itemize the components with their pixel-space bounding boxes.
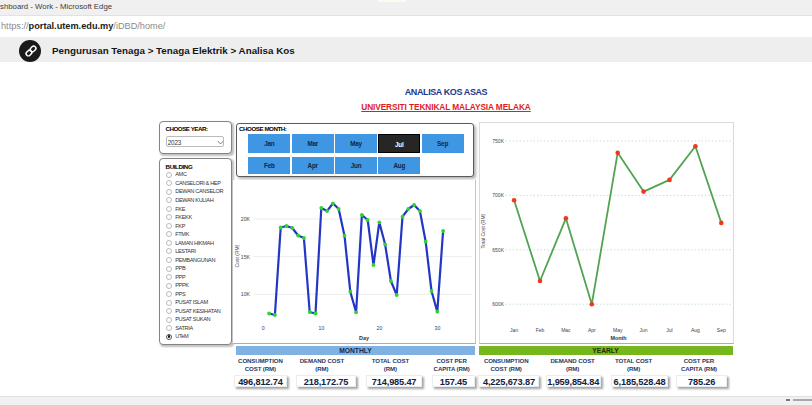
svg-text:Jul: Jul xyxy=(666,326,672,332)
svg-text:10: 10 xyxy=(319,325,325,331)
svg-text:Cost (RM): Cost (RM) xyxy=(234,244,240,267)
svg-text:May: May xyxy=(612,326,622,332)
svg-text:Feb: Feb xyxy=(535,326,544,332)
svg-text:Apr: Apr xyxy=(587,326,595,332)
svg-text:Month: Month xyxy=(610,335,626,341)
svg-text:Total Cost (RM): Total Cost (RM) xyxy=(480,213,486,248)
svg-text:0: 0 xyxy=(262,325,265,331)
svg-text:Sep: Sep xyxy=(716,326,725,332)
svg-text:Day: Day xyxy=(359,335,369,341)
svg-text:600K: 600K xyxy=(492,301,504,307)
svg-text:650K: 650K xyxy=(492,246,504,252)
svg-text:Mac: Mac xyxy=(561,326,571,332)
svg-text:Jan: Jan xyxy=(510,326,518,332)
svg-text:750K: 750K xyxy=(492,138,504,144)
svg-text:30: 30 xyxy=(435,325,441,331)
svg-text:Jun: Jun xyxy=(639,326,647,332)
svg-text:15K: 15K xyxy=(241,254,251,260)
svg-text:20: 20 xyxy=(377,325,383,331)
svg-text:700K: 700K xyxy=(492,192,504,198)
svg-text:20K: 20K xyxy=(241,216,251,222)
svg-text:Aug: Aug xyxy=(690,326,699,332)
svg-text:10K: 10K xyxy=(241,291,251,297)
